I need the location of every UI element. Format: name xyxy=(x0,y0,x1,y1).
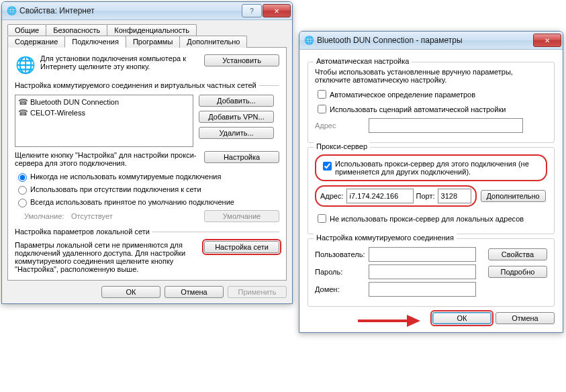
radio-no-net-input[interactable] xyxy=(18,186,27,195)
radio-always-input[interactable] xyxy=(18,199,27,207)
list-item[interactable]: ☎ CELOT-Wireless xyxy=(17,107,191,118)
tab-connections[interactable]: Подключения xyxy=(64,36,126,48)
default-value: Отсутствует xyxy=(71,212,204,220)
advanced-button[interactable]: Дополнительно xyxy=(481,190,546,202)
lan-text: Параметры локальной сети не применяются … xyxy=(15,241,199,273)
more-button[interactable]: Подробно xyxy=(488,266,547,278)
props-button[interactable]: Свойства xyxy=(488,248,547,260)
add-button[interactable]: Добавить... xyxy=(199,95,274,107)
apply-button: Применить xyxy=(228,286,287,298)
radio-never[interactable]: Никогда не использовать коммутируемые по… xyxy=(15,171,279,182)
chk-label: Использовать прокси-сервер для этого под… xyxy=(335,160,542,176)
settings-button[interactable]: Настройка xyxy=(204,151,279,163)
tab-general[interactable]: Общие xyxy=(7,24,46,36)
proxy-port-input[interactable] xyxy=(438,189,471,203)
ok-button[interactable]: ОК xyxy=(432,312,491,324)
radio-label: Всегда использовать принятое по умолчани… xyxy=(30,198,234,206)
radio-label: Использовать при отсутствии подключения … xyxy=(30,185,201,193)
titlebar: 🌐 Свойства: Интернет ? ✕ xyxy=(2,2,292,20)
settings-hint: Щелкните кнопку "Настройка" для настройк… xyxy=(15,151,199,167)
default-label: Умолчание: xyxy=(24,212,71,220)
domain-label: Домен: xyxy=(315,285,369,293)
chk-use-script-input[interactable] xyxy=(318,105,326,113)
auto-groupbox: Автоматическая настройка Чтобы использов… xyxy=(308,62,555,143)
proxy-groupbox: Прокси-сервер Использовать прокси-сервер… xyxy=(308,147,555,234)
titlebar: 🌐 Bluetooth DUN Connection - параметры ✕ xyxy=(299,32,563,50)
user-input[interactable] xyxy=(369,247,476,262)
radio-never-input[interactable] xyxy=(18,173,27,182)
list-item-label: Bluetooth DUN Connection xyxy=(30,98,119,106)
remove-button[interactable]: Удалить... xyxy=(199,127,274,139)
chk-bypass-local-input[interactable] xyxy=(318,214,326,223)
dial-groupbox: Настройка коммутируемого соединения Поль… xyxy=(308,238,555,307)
internet-icon: 🌐 xyxy=(303,35,314,46)
window-title: Свойства: Интернет xyxy=(19,6,241,15)
script-addr-label: Адрес xyxy=(315,121,369,130)
proxy-port-label: Порт: xyxy=(416,192,435,200)
close-button[interactable]: ✕ xyxy=(263,4,291,17)
globe-icon: 🌐 xyxy=(15,54,36,76)
install-button[interactable]: Установить xyxy=(204,54,279,66)
modem-icon: ☎ xyxy=(18,108,28,117)
tab-security[interactable]: Безопасность xyxy=(46,24,107,36)
proxy-group-title: Прокси-сервер xyxy=(314,142,370,150)
script-addr-input xyxy=(369,118,523,133)
chk-use-proxy-input[interactable] xyxy=(323,162,332,170)
radio-no-net[interactable]: Использовать при отсутствии подключения … xyxy=(15,184,279,195)
add-vpn-button[interactable]: Добавить VPN... xyxy=(199,111,274,123)
proxy-addr-label: Адрес: xyxy=(320,192,344,200)
dial-group: Настройка коммутируемого соединения и ви… xyxy=(15,81,279,92)
chk-label: Использовать сценарий автоматической нас… xyxy=(330,105,506,113)
list-item[interactable]: ☎ Bluetooth DUN Connection xyxy=(17,97,191,107)
close-button[interactable]: ✕ xyxy=(533,34,561,47)
pass-label: Пароль: xyxy=(315,268,369,276)
proxy-addr-input[interactable] xyxy=(346,189,414,203)
dial-group-title: Настройка коммутируемого соединения и ви… xyxy=(15,81,259,89)
lan-group: Настройка параметров локальной сети xyxy=(15,228,279,238)
connections-listbox[interactable]: ☎ Bluetooth DUN Connection ☎ CELOT-Wirel… xyxy=(15,95,193,147)
chk-auto-detect[interactable]: Автоматическое определение параметров xyxy=(315,88,547,101)
chk-bypass-local[interactable]: Не использовать прокси-сервер для локаль… xyxy=(315,212,547,225)
user-label: Пользователь: xyxy=(315,250,369,258)
auto-text: Чтобы использовать установленные вручную… xyxy=(315,68,547,84)
cancel-button[interactable]: Отмена xyxy=(496,312,555,324)
auto-group-title: Автоматическая настройка xyxy=(314,57,412,65)
chk-use-proxy[interactable]: Использовать прокси-сервер для этого под… xyxy=(320,160,542,176)
chk-label: Автоматическое определение параметров xyxy=(330,91,475,99)
lan-group-title: Настройка параметров локальной сети xyxy=(15,228,152,236)
chk-use-script[interactable]: Использовать сценарий автоматической нас… xyxy=(315,103,547,115)
radio-always[interactable]: Всегда использовать принятое по умолчани… xyxy=(15,197,279,207)
lan-settings-button[interactable]: Настройка сети xyxy=(204,241,279,253)
cancel-button[interactable]: Отмена xyxy=(164,286,224,298)
default-button: Умолчание xyxy=(204,210,279,222)
window-title: Bluetooth DUN Connection - параметры xyxy=(317,36,532,45)
list-item-label: CELOT-Wireless xyxy=(30,109,85,117)
domain-input[interactable] xyxy=(369,282,476,297)
tab-content[interactable]: Содержание xyxy=(7,36,65,48)
internet-icon: 🌐 xyxy=(6,5,17,16)
chk-label: Не использовать прокси-сервер для локаль… xyxy=(330,215,524,223)
setup-text: Для установки подключения компьютера к И… xyxy=(40,54,204,70)
tab-advanced[interactable]: Дополнительно xyxy=(179,36,247,48)
chk-auto-detect-input[interactable] xyxy=(318,90,326,99)
ok-button[interactable]: ОК xyxy=(101,286,160,298)
help-button[interactable]: ? xyxy=(242,4,262,17)
modem-icon: ☎ xyxy=(18,97,28,107)
tab-privacy[interactable]: Конфиденциальность xyxy=(107,24,197,36)
pass-input[interactable] xyxy=(369,264,476,279)
arrow-annotation xyxy=(355,311,422,331)
svg-marker-1 xyxy=(407,315,420,327)
dial-group-title: Настройка коммутируемого соединения xyxy=(314,234,457,242)
tab-programs[interactable]: Программы xyxy=(126,36,180,48)
radio-label: Никогда не использовать коммутируемые по… xyxy=(30,173,221,181)
